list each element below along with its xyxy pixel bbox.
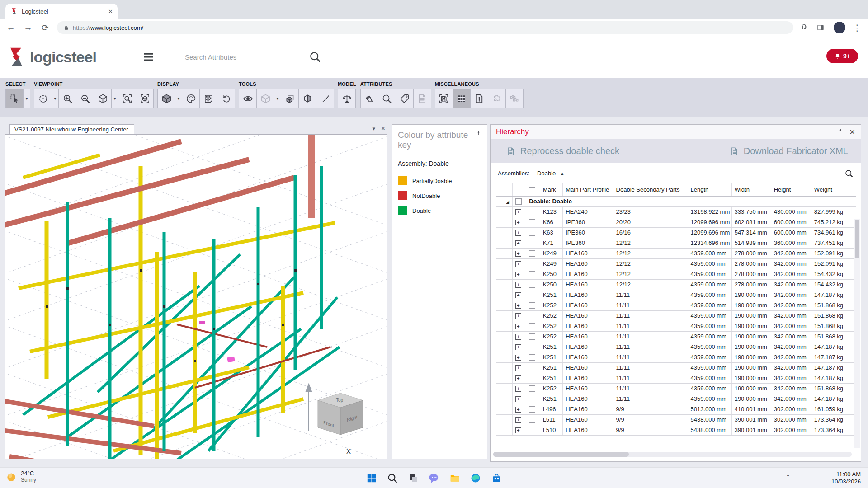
row-checkbox[interactable] xyxy=(529,365,535,371)
table-row[interactable]: +K66IPE36020/2012099.696 mm602.081 mm600… xyxy=(496,217,856,227)
row-checkbox[interactable] xyxy=(529,417,535,423)
row-expand-icon[interactable]: + xyxy=(515,344,521,350)
row-expand-icon[interactable]: + xyxy=(515,427,521,433)
hierarchy-search-icon[interactable] xyxy=(844,169,854,178)
row-expand-icon[interactable]: + xyxy=(515,251,521,257)
menu-hamburger-icon[interactable] xyxy=(142,50,156,64)
measure-knife-icon[interactable] xyxy=(316,89,334,108)
zoom-out-icon[interactable] xyxy=(76,89,94,108)
row-checkbox[interactable] xyxy=(529,406,535,413)
row-expand-icon[interactable]: + xyxy=(515,209,521,215)
row-expand-icon[interactable]: + xyxy=(515,230,521,236)
row-checkbox[interactable] xyxy=(529,333,535,340)
select-all-checkbox[interactable] xyxy=(529,187,535,193)
viewport-canvas[interactable]: Top Front Right X xyxy=(5,134,387,459)
paint-bucket-icon[interactable] xyxy=(360,89,378,108)
hierarchy-close-icon[interactable]: ✕ xyxy=(849,128,855,136)
reload-icon[interactable]: ⟳ xyxy=(40,23,51,33)
row-expand-icon[interactable]: + xyxy=(515,355,521,361)
puzzle-icon[interactable] xyxy=(488,89,506,108)
row-checkbox[interactable] xyxy=(529,219,535,225)
row-checkbox[interactable] xyxy=(529,282,535,288)
table-row[interactable]: +K251HEA16011/114359.000 mm190.000 mm342… xyxy=(496,342,856,352)
table-row[interactable]: +K249HEA16012/124359.000 mm278.000 mm342… xyxy=(496,258,856,269)
row-checkbox[interactable] xyxy=(529,302,535,309)
row-expand-icon[interactable]: + xyxy=(515,292,521,298)
search-icon[interactable] xyxy=(378,89,396,108)
group-row[interactable]: ◢Doable: Doable xyxy=(496,196,856,206)
column-header-main-part-profile[interactable]: Main Part Profile xyxy=(563,183,613,196)
report-table-icon[interactable] xyxy=(453,89,471,108)
row-expand-icon[interactable]: + xyxy=(515,386,521,392)
row-expand-icon[interactable]: + xyxy=(515,334,521,340)
orbit-icon[interactable] xyxy=(34,89,52,108)
row-expand-icon[interactable]: + xyxy=(515,240,521,246)
table-row[interactable]: +K251HEA16011/114359.000 mm190.000 mm342… xyxy=(496,394,856,404)
row-expand-icon[interactable]: + xyxy=(515,282,521,288)
table-row[interactable]: +K252HEA16011/114359.000 mm190.000 mm342… xyxy=(496,383,856,394)
clock-widget[interactable]: 11:00 AM 10/03/2026 xyxy=(831,471,861,485)
table-row[interactable]: +K251HEA16011/114359.000 mm190.000 mm342… xyxy=(496,352,856,362)
ghost-cube-dropdown-caret[interactable]: ▼ xyxy=(274,89,281,108)
table-row[interactable]: +K252HEA16011/114359.000 mm190.000 mm342… xyxy=(496,300,856,310)
taskbar-search-icon[interactable] xyxy=(385,470,400,486)
attribute-search-icon[interactable] xyxy=(309,51,321,63)
shaded-cube-icon[interactable] xyxy=(157,89,175,108)
table-vertical-scrollbar[interactable] xyxy=(854,219,860,448)
hierarchy-pin-icon[interactable] xyxy=(837,128,843,136)
fit-view-icon[interactable] xyxy=(136,89,154,108)
select-arrow-icon[interactable] xyxy=(5,89,24,108)
row-checkbox[interactable] xyxy=(529,313,535,319)
row-expand-icon[interactable]: + xyxy=(515,261,521,267)
task-view-icon[interactable] xyxy=(406,470,421,486)
row-checkbox[interactable] xyxy=(529,261,535,267)
table-row[interactable]: +K250HEA16012/124359.000 mm278.000 mm342… xyxy=(496,269,856,279)
ghost-cube-icon[interactable] xyxy=(256,89,274,108)
viewport-menu-caret-icon[interactable]: ▾ xyxy=(373,125,376,132)
view-cube-dropdown-caret[interactable]: ▼ xyxy=(111,89,118,108)
row-checkbox[interactable] xyxy=(529,375,535,381)
save-viewpoint-icon[interactable] xyxy=(435,89,453,108)
attribute-search[interactable]: Search Attributes xyxy=(185,51,321,63)
table-row[interactable]: +K251HEA16011/114359.000 mm190.000 mm342… xyxy=(496,290,856,300)
group-checkbox[interactable] xyxy=(515,198,522,205)
orbit-dropdown-caret[interactable]: ▼ xyxy=(52,89,59,108)
table-row[interactable]: +K71IPE36012/1212334.696 mm514.989 mm360… xyxy=(496,238,856,248)
notifications-button[interactable]: 9+ xyxy=(826,49,858,63)
edge-browser-icon[interactable] xyxy=(468,470,483,486)
row-expand-icon[interactable]: + xyxy=(515,272,521,277)
windows-start-icon[interactable] xyxy=(364,470,379,486)
navigation-cube[interactable]: Top Front Right xyxy=(312,388,371,442)
reprocess-doable-check-button[interactable]: Reprocess doable check xyxy=(506,146,619,156)
row-checkbox[interactable] xyxy=(529,344,535,350)
weather-widget[interactable]: 24°C Sunny xyxy=(5,470,36,483)
row-checkbox[interactable] xyxy=(529,209,535,215)
row-checkbox[interactable] xyxy=(529,271,535,277)
table-row[interactable]: +K252HEA16011/114359.000 mm190.000 mm342… xyxy=(496,310,856,321)
row-expand-icon[interactable]: + xyxy=(515,407,521,413)
back-icon[interactable]: ← xyxy=(5,23,16,33)
row-expand-icon[interactable]: + xyxy=(515,396,521,402)
puzzle-merge-icon[interactable] xyxy=(505,89,524,108)
row-expand-icon[interactable]: + xyxy=(515,324,521,329)
zoom-selection-icon[interactable] xyxy=(118,89,136,108)
row-checkbox[interactable] xyxy=(529,292,535,298)
extensions-icon[interactable] xyxy=(799,23,810,32)
browser-menu-icon[interactable]: ⋮ xyxy=(852,23,863,33)
column-header-height[interactable]: Height xyxy=(771,183,811,196)
table-row[interactable]: +K252HEA16011/114359.000 mm190.000 mm342… xyxy=(496,321,856,331)
notes-document-icon[interactable] xyxy=(413,89,431,108)
row-checkbox[interactable] xyxy=(529,385,535,392)
visibility-eye-icon[interactable] xyxy=(239,89,257,108)
forward-icon[interactable]: → xyxy=(23,23,33,33)
table-horizontal-scrollbar[interactable] xyxy=(493,452,852,457)
viewport-close-icon[interactable]: ✕ xyxy=(381,125,386,132)
column-header-length[interactable]: Length xyxy=(688,183,731,196)
shaded-cube-dropdown-caret[interactable]: ▼ xyxy=(175,89,182,108)
table-row[interactable]: +K63IPE36016/1612099.696 mm547.314 mm600… xyxy=(496,227,856,238)
file-explorer-icon[interactable] xyxy=(447,470,462,486)
row-checkbox[interactable] xyxy=(529,240,535,246)
table-row[interactable]: +L511HEA1609/95438.000 mm390.001 mm302.0… xyxy=(496,414,856,425)
copy-cube-icon[interactable] xyxy=(281,89,299,108)
chat-icon[interactable] xyxy=(426,470,442,486)
